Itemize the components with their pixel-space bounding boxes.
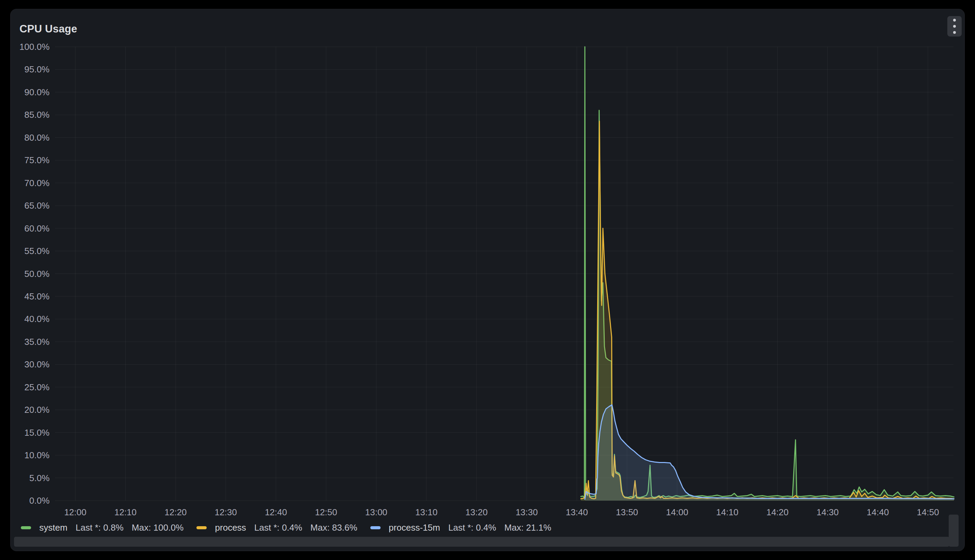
series-process-15m-fill	[585, 405, 954, 501]
y-tick-label: 10.0%	[24, 450, 50, 460]
x-tick-label: 13:00	[365, 507, 387, 517]
cpu-usage-panel: 0.0%5.0%10.0%15.0%20.0%25.0%30.0%35.0%40…	[10, 9, 965, 551]
y-tick-label: 0.0%	[29, 495, 50, 506]
x-tick-label: 13:40	[566, 507, 588, 517]
y-tick-label: 5.0%	[29, 473, 50, 483]
y-tick-label: 95.0%	[24, 64, 50, 75]
x-tick-label: 13:20	[465, 507, 488, 517]
y-tick-label: 15.0%	[24, 428, 50, 438]
y-tick-label: 100.0%	[20, 42, 50, 52]
legend-max-stat: Max: 21.1%	[504, 522, 551, 533]
x-tick-label: 14:50	[917, 507, 939, 517]
chart-legend: systemLast *: 0.8%Max: 100.0%processLast…	[21, 521, 551, 534]
x-tick-label: 14:20	[766, 507, 788, 517]
x-tick-label: 12:10	[114, 507, 137, 517]
horizontal-scrollbar[interactable]	[14, 537, 949, 547]
legend-swatch-icon[interactable]	[370, 526, 381, 529]
x-tick-label: 13:30	[516, 507, 538, 517]
x-tick-label: 12:30	[215, 507, 237, 517]
legend-series-name[interactable]: process-15m	[389, 522, 440, 533]
y-tick-label: 35.0%	[24, 337, 50, 347]
legend-max-stat: Max: 100.0%	[132, 522, 184, 533]
kebab-vertical-icon	[953, 19, 956, 34]
series-process-fill	[581, 121, 954, 501]
x-tick-label: 13:10	[416, 507, 437, 517]
legend-series-name[interactable]: system	[39, 522, 67, 533]
legend-item-process[interactable]: processLast *: 0.4%Max: 83.6%	[197, 522, 357, 533]
legend-last-stat: Last *: 0.4%	[254, 522, 302, 533]
x-tick-label: 12:20	[165, 507, 187, 517]
panel-menu-button[interactable]	[947, 16, 962, 37]
x-tick-label: 13:50	[616, 507, 638, 517]
vertical-scrollbar[interactable]	[949, 515, 958, 547]
grid-lines	[55, 47, 953, 501]
legend-swatch-icon[interactable]	[21, 526, 31, 529]
legend-series-name[interactable]: process	[215, 522, 246, 533]
y-tick-label: 45.0%	[24, 291, 50, 302]
y-tick-label: 25.0%	[24, 382, 50, 392]
y-tick-label: 80.0%	[24, 132, 50, 143]
y-tick-label: 30.0%	[24, 359, 50, 370]
x-tick-label: 14:10	[716, 507, 738, 517]
y-tick-label: 85.0%	[24, 110, 50, 120]
y-tick-label: 40.0%	[24, 314, 50, 324]
legend-last-stat: Last *: 0.8%	[75, 522, 124, 533]
series-process-line[interactable]	[581, 121, 954, 499]
legend-item-system[interactable]: systemLast *: 0.8%Max: 100.0%	[21, 522, 184, 533]
y-tick-label: 55.0%	[24, 246, 50, 256]
x-tick-label: 14:30	[816, 507, 839, 517]
legend-max-stat: Max: 83.6%	[311, 522, 357, 533]
y-tick-label: 60.0%	[24, 223, 50, 233]
y-tick-label: 65.0%	[24, 200, 50, 211]
x-tick-label: 12:50	[315, 507, 337, 517]
x-tick-label: 12:00	[64, 507, 87, 517]
axis-tick-labels: 0.0%5.0%10.0%15.0%20.0%25.0%30.0%35.0%40…	[20, 42, 939, 517]
y-tick-label: 75.0%	[24, 155, 50, 165]
y-tick-label: 70.0%	[24, 178, 50, 188]
y-tick-label: 20.0%	[24, 405, 50, 415]
series-system-line[interactable]	[581, 47, 954, 498]
x-tick-label: 14:00	[666, 507, 688, 517]
x-tick-label: 12:40	[265, 507, 287, 517]
y-tick-label: 50.0%	[24, 269, 50, 279]
legend-last-stat: Last *: 0.4%	[448, 522, 496, 533]
y-tick-label: 90.0%	[24, 87, 50, 97]
legend-item-process-15m[interactable]: process-15mLast *: 0.4%Max: 21.1%	[370, 522, 551, 533]
cpu-usage-chart[interactable]: 0.0%5.0%10.0%15.0%20.0%25.0%30.0%35.0%40…	[11, 9, 965, 552]
panel-title: CPU Usage	[20, 23, 77, 35]
legend-swatch-icon[interactable]	[197, 526, 207, 529]
x-tick-label: 14:40	[867, 507, 889, 517]
